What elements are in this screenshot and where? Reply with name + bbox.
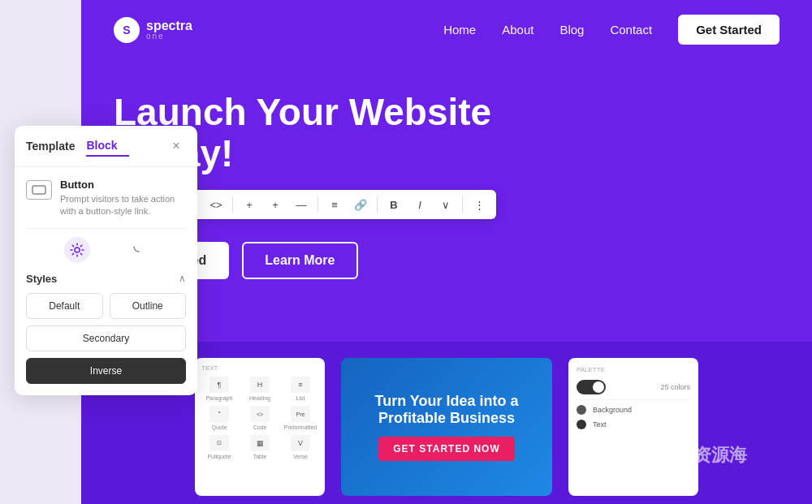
text-color-dot: [577, 420, 586, 429]
table-icon: ▦: [250, 435, 270, 451]
list-item: V Verse: [283, 435, 318, 459]
heading-icon: H: [250, 377, 270, 393]
list-item: ▦ Table: [242, 435, 278, 459]
view-toggles: [26, 237, 186, 263]
toolbar-divider-4: [377, 196, 378, 213]
hero-learn-more-button[interactable]: Learn More: [242, 242, 357, 279]
light-view-button[interactable]: [64, 237, 90, 263]
verse-label: Verse: [293, 454, 308, 459]
hero-buttons: Get Started Learn More: [114, 242, 780, 279]
toolbar-divider-5: [462, 196, 463, 213]
logo-sub: one: [146, 32, 192, 41]
tab-block[interactable]: Block: [86, 136, 128, 157]
block-editor-panel: Template Block × Button Prompt visitors …: [15, 126, 197, 395]
block-name-label: Button: [60, 179, 186, 191]
blue-promo-card: Turn Your Idea into a Profitable Busines…: [341, 358, 552, 496]
style-secondary-button[interactable]: Secondary: [26, 325, 186, 351]
navbar: S spectra one Home About Blog Contact Ge…: [81, 0, 812, 59]
moon-icon: [128, 243, 143, 257]
toolbar-align-btn[interactable]: ≡: [322, 193, 347, 216]
list-item: <> Code: [242, 406, 278, 430]
toolbar-add2-btn[interactable]: +: [263, 193, 287, 216]
tab-template[interactable]: Template: [26, 136, 86, 156]
background-color-dot: [577, 405, 586, 415]
style-default-button[interactable]: Default: [26, 293, 103, 319]
nav-links: Home About Blog Contact Get Started: [443, 15, 780, 45]
nav-cta-button[interactable]: Get Started: [678, 15, 780, 45]
palette-count: 25 colors: [660, 383, 690, 391]
palette-toggle-row: 25 colors: [577, 380, 690, 394]
toolbar-dash-btn[interactable]: —: [289, 193, 313, 216]
toolbar-divider-2: [232, 196, 233, 213]
panel-body: Button Prompt visitors to take action wi…: [15, 167, 197, 395]
text-label: TEXT: [201, 364, 318, 372]
svg-rect-2: [32, 186, 45, 194]
pullquote-label: Pullquote: [207, 454, 231, 459]
palette-label: PALETTE: [577, 366, 690, 373]
quote-icon: ": [209, 406, 229, 422]
button-icon-svg: [32, 185, 46, 195]
list-icon: ≡: [291, 377, 310, 393]
toggle-switch[interactable]: [577, 380, 606, 394]
toolbar-code-btn[interactable]: <>: [204, 193, 228, 216]
close-button[interactable]: ×: [166, 136, 186, 156]
preformatted-label: Preformatted: [284, 424, 317, 430]
logo-text: spectra one: [146, 19, 192, 41]
quote-label: Quote: [211, 424, 227, 430]
list-label: List: [296, 395, 305, 401]
list-item: " Quote: [201, 406, 237, 430]
styles-toggle-icon[interactable]: ∧: [179, 273, 186, 284]
code-icon: <>: [250, 406, 270, 422]
toggle-knob: [593, 381, 604, 393]
pullquote-icon: ⊡: [209, 435, 229, 451]
toolbar-more-btn[interactable]: ⋮: [467, 193, 491, 216]
nav-blog[interactable]: Blog: [559, 23, 584, 37]
svg-point-3: [75, 248, 80, 252]
nav-about[interactable]: About: [502, 23, 533, 37]
wp-logo-icon: W: [611, 431, 660, 480]
background-label: Background: [593, 406, 632, 414]
styles-section-header: Styles ∧: [26, 273, 186, 285]
block-details: Button Prompt visitors to take action wi…: [60, 179, 186, 218]
style-options: Default Outline Secondary Inverse: [26, 293, 186, 384]
list-item: ≡ List: [283, 377, 318, 401]
promo-title: Turn Your Idea into a Profitable Busines…: [354, 393, 539, 427]
toolbar-bold-btn[interactable]: B: [382, 193, 406, 216]
palette-background-item: Background: [577, 405, 690, 415]
list-item: ⊡ Pullquote: [201, 435, 237, 459]
paragraph-icon: ¶: [209, 377, 229, 393]
toolbar-italic-btn[interactable]: I: [408, 193, 432, 216]
nav-home[interactable]: Home: [443, 23, 476, 37]
panel-header: Template Block ×: [15, 126, 197, 167]
wp-watermark: W WP资源海: [611, 431, 747, 480]
code-label: Code: [253, 424, 267, 430]
toolbar-add1-btn[interactable]: +: [237, 193, 261, 216]
paragraph-label: Paragraph: [206, 395, 233, 401]
toolbar-chevron-btn[interactable]: ∨: [434, 193, 458, 216]
list-item: Pre Preformatted: [283, 406, 318, 430]
style-outline-button[interactable]: Outline: [110, 293, 187, 319]
style-inverse-button[interactable]: Inverse: [26, 358, 186, 384]
svg-text:W: W: [626, 444, 646, 465]
palette-toggle[interactable]: [577, 380, 606, 394]
list-item: ¶ Paragraph: [201, 377, 237, 401]
text-types-grid: ¶ Paragraph H Heading ≡ List " Quote <>: [201, 377, 318, 459]
toolbar-link-btn[interactable]: 🔗: [348, 193, 373, 216]
styles-label: Styles: [26, 273, 57, 285]
logo-icon: S: [114, 17, 140, 43]
heading-label: Heading: [249, 395, 270, 401]
dark-view-button[interactable]: [123, 237, 149, 263]
button-block-icon: [26, 180, 52, 200]
nav-contact[interactable]: Contact: [610, 23, 652, 37]
text-types-card: TEXT ¶ Paragraph H Heading ≡ List " Quot…: [195, 358, 325, 496]
table-label: Table: [253, 454, 267, 459]
palette-text-item: Text: [577, 420, 690, 429]
logo: S spectra one: [114, 17, 192, 43]
list-item: H Heading: [242, 377, 278, 401]
toolbar-divider-3: [317, 196, 318, 213]
logo-name: spectra: [146, 19, 192, 32]
palette-divider: [577, 399, 690, 400]
promo-cta-button[interactable]: GET STARTED NOW: [378, 437, 514, 461]
panel-divider: [26, 228, 186, 229]
block-description: Prompt visitors to take action with a bu…: [60, 193, 186, 218]
